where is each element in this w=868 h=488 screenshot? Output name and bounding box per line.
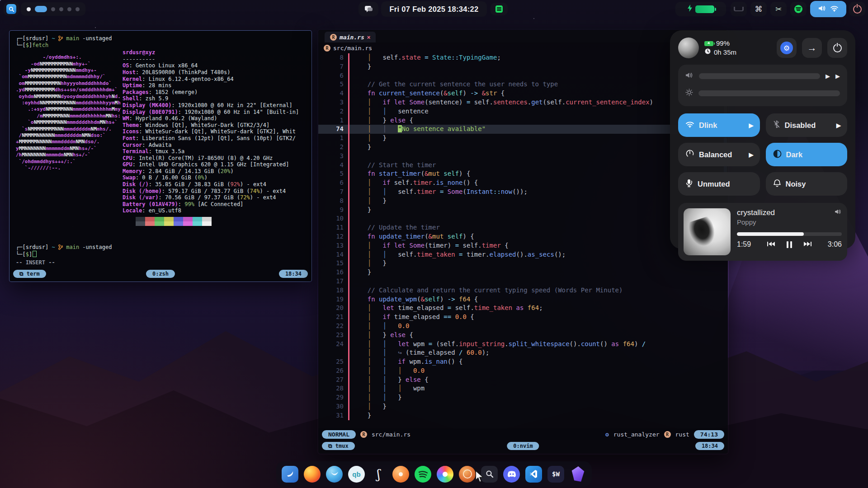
volume-output-arrow[interactable]: ▶ — [826, 73, 830, 80]
dock-compass-browser-icon[interactable] — [458, 465, 476, 483]
toggle-microphone[interactable]: Unmuted — [678, 172, 760, 196]
code-line[interactable]: 21 │ if time_elapsed == 0.0 { — [318, 313, 728, 322]
shutdown-button[interactable] — [827, 38, 847, 58]
code-line[interactable]: 31 } — [318, 411, 728, 420]
tmux-session-name[interactable]: ⧉ tmux — [322, 442, 355, 450]
workspace-dot[interactable] — [59, 7, 63, 11]
previous-track-button[interactable] — [767, 240, 775, 249]
code-line[interactable]: 28 │ │ │ wpm — [318, 384, 728, 393]
code-line[interactable]: │ │ ↪ (time_elapsed / 60.0); — [318, 348, 728, 357]
code-line[interactable]: 24 │ │ let wpm = (self.input_string.spli… — [318, 340, 728, 349]
code-line[interactable]: 13 │ if let Some(timer) = self.timer { — [318, 241, 728, 250]
dock-vscode-icon[interactable] — [524, 465, 543, 483]
code-line[interactable]: 6 — [318, 71, 728, 80]
code-line[interactable]: 9 } — [318, 206, 728, 215]
avatar[interactable] — [678, 38, 699, 58]
code-line[interactable]: 27 │ │ } else { — [318, 375, 728, 385]
next-track-button[interactable] — [804, 240, 811, 249]
terminal-window[interactable]: ┌─[srdusr] ~ main -unstaged └─[$]fetch -… — [9, 30, 312, 282]
code-line[interactable]: 22 │ │ 0.0 — [318, 322, 728, 331]
code-line[interactable]: 11 // Update the timer — [318, 223, 728, 232]
workspace-dot-active[interactable] — [35, 6, 47, 12]
battery-indicator[interactable] — [675, 2, 726, 16]
code-line[interactable]: 8 │ self.state = State::TypingGame; — [318, 53, 728, 62]
chevron-right-icon[interactable]: ▶ — [749, 151, 754, 158]
player-progress-bar[interactable] — [737, 232, 842, 236]
pause-button[interactable] — [787, 241, 792, 248]
code-line[interactable]: 16 } — [318, 268, 728, 277]
code-line[interactable]: 20 │ let time_elapsed = self.time_taken … — [318, 304, 728, 313]
workspace-dot[interactable] — [67, 7, 71, 11]
dock-thunderbird-icon[interactable] — [325, 465, 344, 483]
code-line[interactable]: 19 fn update_wpm(&self) -> f64 { — [318, 295, 728, 304]
keyboard-backlight-button[interactable] — [731, 2, 747, 16]
code-line[interactable]: 17 — [318, 277, 728, 286]
code-line[interactable]: 4 // Start the timer — [318, 161, 728, 170]
dock-shortcuts-icon[interactable]: ʃ — [369, 465, 388, 483]
tab-main-rs[interactable]: R main.rs × — [325, 32, 376, 42]
audio-network-button[interactable] — [810, 1, 846, 17]
now-playing-button[interactable] — [491, 3, 508, 15]
datetime-display[interactable]: Fri 07 Feb 2025 18:34:22 — [381, 1, 487, 17]
tmux-window-name[interactable]: 0:nvim — [507, 442, 539, 450]
code-line[interactable]: 1 │ } — [318, 134, 728, 143]
code-line[interactable]: 5 // Get the current sentence the user n… — [318, 80, 728, 89]
code-line[interactable]: 7 │ │ self.timer = Some(Instant::now()); — [318, 188, 728, 197]
editor-window[interactable]: R main.rs × R src/main.rs 8 │ self.state… — [317, 29, 729, 455]
dock-qbittorrent-icon[interactable]: qb — [347, 465, 366, 483]
code-line[interactable]: 1 │ } else { — [318, 116, 728, 125]
dock-spotify-icon[interactable] — [414, 465, 432, 483]
workspace-dot-occupied[interactable] — [27, 7, 31, 11]
dock-firefox-icon[interactable] — [303, 465, 321, 483]
power-button[interactable] — [849, 2, 865, 16]
code-line[interactable]: 18 // Calculate and return the current t… — [318, 286, 728, 295]
dock-photos-icon[interactable] — [436, 465, 454, 483]
brightness-slider[interactable] — [698, 90, 840, 96]
tmux-session-name[interactable]: ⧉ term — [13, 270, 46, 278]
dock-tangerine-app-icon[interactable] — [392, 465, 410, 483]
volume-apps-arrow[interactable]: ▶ — [835, 73, 840, 80]
code-line[interactable]: 2 } — [318, 143, 728, 152]
dock-obsidian-icon[interactable] — [569, 465, 587, 483]
code-line[interactable]: 14 │ │ self.time_taken = timer.elapsed()… — [318, 250, 728, 259]
code-line[interactable]: 3 — [318, 152, 728, 161]
workspace-indicator[interactable] — [21, 2, 85, 16]
toggle-power-profile[interactable]: Balanced ▶ — [678, 143, 760, 166]
settings-button[interactable]: ⚙ — [777, 38, 797, 58]
tab-close-icon[interactable]: × — [367, 34, 371, 41]
chevron-right-icon[interactable]: ▶ — [836, 122, 841, 129]
code-line[interactable]: 30 │ } — [318, 402, 728, 411]
code-line[interactable]: 4 fn current_sentence(&self) -> &str { — [318, 89, 728, 98]
toggle-notifications[interactable]: Noisy — [766, 172, 848, 196]
search-button[interactable] — [4, 2, 19, 16]
workspace-dot[interactable] — [75, 7, 80, 11]
player-speaker-icon[interactable] — [835, 208, 842, 216]
command-key-button[interactable]: ⌘ — [750, 2, 767, 16]
spotify-tray-button[interactable] — [790, 2, 807, 16]
dock-discord-icon[interactable] — [502, 465, 521, 483]
dock-wezterm-icon[interactable]: $W — [547, 465, 565, 483]
code-line[interactable]: 7 } — [318, 62, 728, 71]
chevron-right-icon[interactable]: ▶ — [749, 122, 754, 129]
tmux-window-name[interactable]: 0:zsh — [146, 270, 175, 278]
code-line[interactable]: 26 │ │ │ 0.0 — [318, 366, 728, 375]
code-line[interactable]: 15 │ } — [318, 259, 728, 268]
code-line[interactable]: 23 │ } else { — [318, 331, 728, 340]
toggle-dark-mode[interactable]: Dark — [766, 143, 848, 166]
code-line[interactable]: 5 fn start_timer(&mut self) { — [318, 169, 728, 178]
code-line[interactable]: 2 │ │ sentence — [318, 107, 728, 116]
toggle-bluetooth[interactable]: Disabled ▶ — [766, 113, 848, 137]
album-art[interactable] — [684, 208, 731, 255]
toggle-wifi-dlink[interactable]: Dlink ▶ — [678, 113, 760, 137]
code-line-cursor[interactable]: 74 │ │ "No sentence available" — [318, 125, 728, 134]
notifications-button[interactable] — [359, 2, 378, 16]
volume-slider[interactable] — [699, 73, 820, 79]
code-line[interactable]: 3 │ if let Some(sentence) = self.sentenc… — [318, 98, 728, 107]
dock-files-icon[interactable] — [281, 465, 299, 483]
screenshot-button[interactable]: ✂ — [770, 2, 787, 16]
code-line[interactable]: 10 — [318, 214, 728, 223]
code-line[interactable]: 12 fn update_timer(&mut self) { — [318, 232, 728, 241]
code-line[interactable]: 8 │ } — [318, 197, 728, 206]
code-line[interactable]: 6 │ if self.timer.is_none() { — [318, 178, 728, 188]
code-buffer[interactable]: 8 │ self.state = State::TypingGame;7 }65… — [318, 53, 728, 428]
